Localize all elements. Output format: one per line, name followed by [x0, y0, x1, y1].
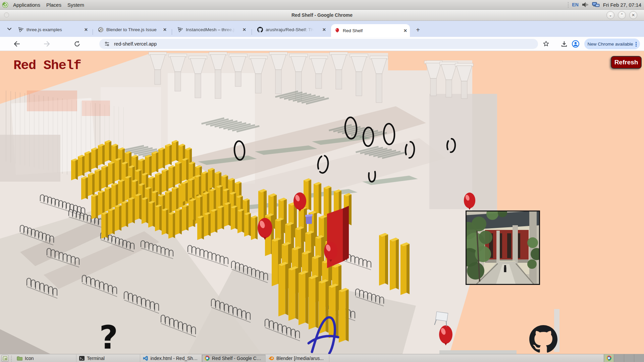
menu-places[interactable]: Places — [43, 0, 64, 9]
tab-close-icon[interactable]: ✕ — [82, 27, 88, 32]
desktop-screen: Applications Places System EN Fri Feb 27… — [0, 0, 644, 362]
balloon-icon — [334, 28, 340, 34]
update-label: New Chrome available — [588, 42, 633, 47]
task-label: index.html - Red_Shel... — [150, 356, 199, 361]
new-tab-button[interactable]: + — [414, 26, 422, 34]
address-bar[interactable]: red-shelf.vercel.app — [99, 39, 538, 49]
menu-dots-icon[interactable] — [636, 42, 637, 47]
window-title: Red Shelf - Google Chrome — [0, 12, 644, 18]
task-label: Red Shelf - Google Ch... — [212, 356, 263, 361]
taskbar: Icon Terminal index.html - Red_Shel... R… — [0, 354, 644, 362]
question-mark-doodle: ? — [99, 319, 118, 354]
tab-instancedmesh[interactable]: InstancedMesh – three.js ✕ — [174, 24, 249, 35]
page-title: Red Shelf — [13, 58, 81, 73]
threejs-icon — [177, 27, 183, 33]
task-terminal[interactable]: Terminal — [76, 355, 140, 362]
bookmark-star-icon[interactable] — [541, 39, 551, 49]
window-list-applet-icon[interactable] — [1, 355, 9, 362]
menu-system[interactable]: System — [64, 0, 87, 9]
tab-separator — [252, 29, 252, 35]
window-close-button[interactable]: ✕ — [629, 11, 637, 19]
panel-grip — [568, 2, 569, 8]
task-chrome[interactable]: Red Shelf - Google Ch... — [202, 355, 266, 362]
tab-red-shelf-active[interactable]: Red Shelf ✕ — [331, 24, 410, 37]
menu-applications[interactable]: Applications — [10, 0, 43, 9]
refresh-button[interactable]: Refresh — [611, 56, 642, 69]
window-minimize-button[interactable]: ⌄ — [606, 11, 614, 19]
tab-threejs-examples[interactable]: three.js examples ✕ — [15, 24, 91, 35]
folder-icon — [17, 356, 22, 361]
tab-search-button[interactable] — [5, 25, 14, 34]
tab-label: Blender to Three.js Issue — [106, 27, 157, 32]
tab-github-red-shelf[interactable]: arushraju/Red-Shelf: Thi ✕ — [254, 24, 329, 35]
clock[interactable]: Fri Feb 27, 07:14 — [603, 2, 641, 8]
tab-label: arushraju/Red-Shelf: Thi — [266, 27, 315, 32]
task-label: Icon — [25, 356, 34, 361]
photo-inset — [460, 208, 543, 285]
workspace-switcher[interactable] — [604, 354, 644, 362]
tab-label: Red Shelf — [343, 28, 363, 33]
tab-close-icon[interactable]: ✕ — [320, 27, 326, 32]
keyboard-layout-indicator[interactable]: EN — [572, 2, 578, 7]
chrome-tab-strip: three.js examples ✕ Blender to Three.js … — [0, 21, 644, 37]
tab-close-icon[interactable]: ✕ — [160, 27, 167, 32]
workspace-4[interactable] — [634, 354, 644, 362]
tab-separator — [172, 29, 172, 35]
forum-icon — [98, 27, 104, 33]
red-shelf-3d-canvas[interactable]: ? Red Shelf Refresh — [0, 51, 644, 354]
threejs-scene: ? — [0, 51, 644, 354]
distributor-logo-icon[interactable] — [2, 1, 9, 8]
site-settings-icon[interactable] — [104, 41, 110, 47]
terminal-icon — [79, 356, 85, 361]
tab-close-icon[interactable]: ✕ — [401, 28, 407, 33]
workspace-3[interactable] — [624, 354, 634, 362]
url-text: red-shelf.vercel.app — [114, 41, 157, 47]
threejs-icon — [18, 27, 24, 33]
chrome-toolbar: red-shelf.vercel.app New Chrome availabl… — [0, 37, 644, 51]
network-computer-icon[interactable] — [592, 2, 600, 8]
github-icon — [257, 27, 263, 33]
task-icon-folder[interactable]: Icon — [14, 355, 76, 362]
tab-separator — [93, 29, 93, 35]
blender-icon — [268, 356, 274, 361]
window-titlebar[interactable]: Red Shelf - Google Chrome ⌄ ⌃ ✕ — [0, 10, 644, 21]
reload-icon[interactable] — [72, 39, 82, 49]
github-mark-icon — [529, 325, 557, 353]
task-label: Blender [/media/arus... — [276, 356, 324, 361]
back-icon[interactable] — [12, 39, 21, 49]
profile-icon[interactable] — [571, 39, 580, 49]
chevron-down-icon — [7, 27, 12, 31]
gnome-top-panel: Applications Places System EN Fri Feb 27… — [0, 0, 644, 10]
tab-label: three.js examples — [26, 27, 62, 32]
taskbar-grip — [11, 355, 12, 361]
speaker-icon[interactable] — [582, 2, 589, 8]
download-icon[interactable] — [559, 39, 569, 49]
chrome-icon — [205, 356, 210, 361]
task-label: Terminal — [87, 356, 105, 361]
workspace-1[interactable] — [604, 354, 614, 362]
purple-bin — [306, 216, 312, 224]
tab-label: InstancedMesh – three.js — [186, 27, 236, 32]
chrome-icon — [606, 356, 611, 361]
tab-blender-to-threejs[interactable]: Blender to Three.js Issue ✕ — [95, 24, 169, 35]
task-vscode[interactable]: index.html - Red_Shel... — [140, 355, 202, 362]
workspace-2[interactable] — [614, 354, 624, 362]
vscode-icon — [143, 356, 148, 361]
window-maximize-button[interactable]: ⌃ — [618, 11, 626, 19]
forward-icon[interactable] — [42, 39, 52, 49]
chrome-update-button[interactable]: New Chrome available — [584, 39, 640, 49]
tab-close-icon[interactable]: ✕ — [240, 27, 246, 32]
task-blender[interactable]: Blender [/media/arus... — [266, 355, 329, 362]
